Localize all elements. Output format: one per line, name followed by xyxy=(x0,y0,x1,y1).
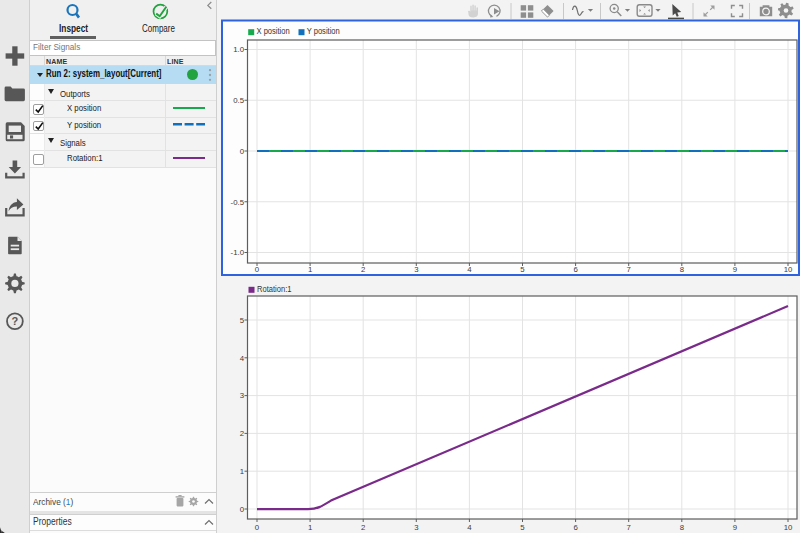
svg-text:-0.5: -0.5 xyxy=(231,198,245,207)
svg-text:9: 9 xyxy=(733,523,737,532)
svg-text:10: 10 xyxy=(784,523,793,532)
svg-text:?: ? xyxy=(12,315,19,327)
svg-text:7: 7 xyxy=(627,523,631,532)
svg-text:3: 3 xyxy=(414,265,418,274)
svg-text:-1.0: -1.0 xyxy=(231,248,245,257)
svg-text:6: 6 xyxy=(573,523,577,532)
svg-text:10: 10 xyxy=(784,265,793,274)
svg-text:2: 2 xyxy=(361,523,365,532)
svg-text:2: 2 xyxy=(361,265,365,274)
svg-text:7: 7 xyxy=(627,265,631,274)
svg-text:Rotation:1: Rotation:1 xyxy=(257,284,292,293)
svg-text:1.0: 1.0 xyxy=(233,45,245,54)
svg-text:Y position: Y position xyxy=(307,27,340,36)
svg-text:1: 1 xyxy=(240,467,244,476)
svg-text:0: 0 xyxy=(240,505,245,514)
svg-text:0.5: 0.5 xyxy=(233,96,245,105)
svg-text:4: 4 xyxy=(240,354,245,363)
svg-text:5: 5 xyxy=(520,265,525,274)
svg-text:4: 4 xyxy=(467,265,472,274)
svg-text:9: 9 xyxy=(733,265,737,274)
svg-text:8: 8 xyxy=(680,523,684,532)
svg-text:3: 3 xyxy=(414,523,418,532)
svg-text:1: 1 xyxy=(308,265,312,274)
svg-text:5: 5 xyxy=(240,316,245,325)
svg-text:1: 1 xyxy=(308,523,312,532)
svg-text:0: 0 xyxy=(255,265,260,274)
svg-text:6: 6 xyxy=(573,265,577,274)
svg-text:0: 0 xyxy=(240,147,245,156)
svg-text:X position: X position xyxy=(257,27,290,36)
svg-text:3: 3 xyxy=(240,391,244,400)
svg-text:2: 2 xyxy=(240,429,244,438)
svg-text:0: 0 xyxy=(255,523,260,532)
svg-text:4: 4 xyxy=(467,523,472,532)
svg-text:8: 8 xyxy=(680,265,684,274)
svg-text:5: 5 xyxy=(520,523,525,532)
